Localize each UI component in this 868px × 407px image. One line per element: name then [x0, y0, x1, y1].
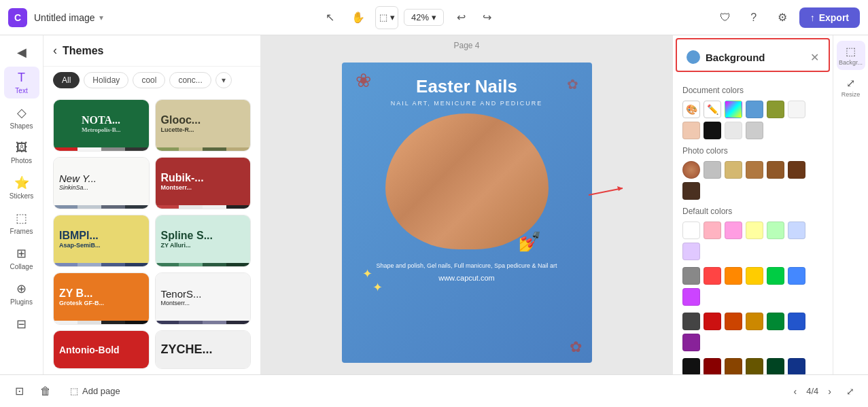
photo-color-silver[interactable]: [704, 161, 721, 179]
color-swatch-peach[interactable]: [682, 122, 700, 139]
def-color-green1[interactable]: [767, 222, 784, 239]
photo-color-gold[interactable]: [725, 161, 742, 179]
themes-back-button[interactable]: ‹: [53, 43, 57, 58]
def-color-blue1[interactable]: [788, 222, 805, 239]
default-colors-title: Default colors: [682, 207, 823, 216]
hand-tool-button[interactable]: ✋: [347, 6, 370, 29]
sidebar-item-text[interactable]: T Text: [4, 67, 39, 99]
def-color-navy[interactable]: [788, 358, 805, 374]
filter-cool-button[interactable]: cool: [133, 72, 165, 88]
color-swatch-lightgray[interactable]: [788, 101, 805, 118]
resize-tool-button[interactable]: ⤢ Resize: [837, 73, 865, 102]
redo-button[interactable]: ↪: [475, 6, 498, 29]
theme-card-zy[interactable]: ZY B...Grotesk GF-B...: [53, 272, 150, 325]
frames-label: Frames: [10, 228, 33, 235]
def-color-blue2[interactable]: [788, 267, 805, 285]
sidebar-item-shapes[interactable]: ◇ Shapes: [4, 101, 39, 134]
frame-tool-button[interactable]: ⬚ ▾: [375, 6, 398, 29]
def-color-white[interactable]: [682, 222, 700, 239]
color-swatch-silver[interactable]: [725, 122, 742, 139]
def-color-purple1[interactable]: [682, 243, 700, 260]
page-next-button[interactable]: ›: [824, 383, 835, 400]
def-color-yellow1[interactable]: [746, 222, 763, 239]
sidebar-item-grid[interactable]: ⊟: [4, 313, 39, 336]
def-color-darkblue[interactable]: [788, 313, 805, 330]
canvas-scroll[interactable]: ❀ ✿ Easter Nails NAIL ART, MENICURE AND …: [261, 56, 672, 374]
background-tool-button[interactable]: ⬚ Backgr...: [837, 41, 865, 70]
def-color-darkgold[interactable]: [746, 358, 763, 374]
theme-card-nota[interactable]: NOTA...Metropolis-B...: [53, 99, 150, 152]
theme-card-glooc[interactable]: Glooc...Lucette-R...: [155, 99, 251, 152]
color-swatch-palette[interactable]: 🎨: [682, 101, 700, 118]
delete-page-button[interactable]: 🗑: [36, 381, 55, 402]
canvas-title: Easter Nails: [416, 76, 517, 97]
color-swatch-black[interactable]: [704, 122, 721, 139]
def-color-maroon[interactable]: [704, 358, 721, 374]
photo-color-espresso[interactable]: [682, 182, 700, 200]
theme-card-rubik[interactable]: Rubik-...Montserr...: [155, 157, 251, 209]
theme-card-ibm[interactable]: IBMPl...Asap-SemiB...: [53, 215, 150, 267]
filter-more-button[interactable]: ▾: [215, 72, 232, 88]
background-panel-close-button[interactable]: ✕: [810, 51, 819, 64]
canvas-area: Page 4 ❀ ✿ Easter Nails NAIL ART, MENICU…: [261, 35, 672, 374]
document-title[interactable]: Untitled image ▾: [34, 12, 103, 23]
def-color-purple2[interactable]: [682, 288, 700, 306]
filter-all-button[interactable]: All: [53, 72, 80, 88]
shield-icon-button[interactable]: 🛡: [714, 6, 737, 29]
def-color-darkgreen[interactable]: [767, 313, 784, 330]
def-color-pink2[interactable]: [725, 222, 742, 239]
photos-icon: 🖼: [16, 141, 28, 155]
copy-page-button[interactable]: ⊡: [11, 381, 28, 402]
sidebar-item-plugins[interactable]: ⊕ Plugins: [4, 277, 39, 310]
sidebar-collapse-button[interactable]: ◀: [4, 41, 39, 64]
def-color-pink1[interactable]: [704, 222, 721, 239]
background-color-circle: [687, 50, 700, 64]
cursor-tool-button[interactable]: ↖: [318, 6, 341, 29]
settings-button[interactable]: ⚙: [771, 6, 794, 29]
color-swatch-gray[interactable]: [746, 122, 763, 139]
photo-color-darkbrown[interactable]: [788, 161, 805, 179]
def-color-darkred[interactable]: [704, 313, 721, 330]
def-color-darkgray[interactable]: [682, 313, 700, 330]
def-color-green2[interactable]: [767, 267, 784, 285]
photo-color-skin[interactable]: [682, 161, 700, 179]
def-color-red[interactable]: [704, 267, 721, 285]
theme-card-newy[interactable]: New Y...SinkinSa...: [53, 157, 150, 209]
photo-color-brown2[interactable]: [767, 161, 784, 179]
text-icon: T: [18, 71, 25, 85]
color-swatch-pencil[interactable]: ✏️: [704, 101, 721, 118]
def-color-yellow2[interactable]: [746, 267, 763, 285]
color-swatch-gradient1[interactable]: [725, 101, 742, 118]
color-swatch-olive[interactable]: [767, 101, 784, 118]
sidebar-item-stickers[interactable]: ⭐ Stickers: [4, 171, 39, 204]
sidebar-item-frames[interactable]: ⬚ Frames: [4, 207, 39, 239]
theme-card-spline[interactable]: Spline S...ZY Alluri...: [155, 215, 251, 267]
theme-card-antonio[interactable]: Antonio-Bold: [53, 330, 150, 369]
sidebar-item-collage[interactable]: ⊞ Collage: [4, 242, 39, 275]
def-color-darkyellow[interactable]: [746, 313, 763, 330]
theme-card-tenor[interactable]: TenorS...Montserr...: [155, 272, 251, 325]
add-page-button[interactable]: ⬚ Add page: [63, 382, 127, 400]
def-color-brown[interactable]: [725, 358, 742, 374]
filter-conc-button[interactable]: conc...: [169, 72, 211, 88]
canvas-image[interactable]: ❀ ✿ Easter Nails NAIL ART, MENICURE AND …: [342, 63, 592, 363]
background-icon: ⬚: [846, 45, 856, 58]
expand-button[interactable]: ⤢: [844, 383, 857, 400]
help-button[interactable]: ?: [742, 6, 765, 29]
def-color-darkpurple[interactable]: [682, 334, 700, 351]
sidebar-item-photos[interactable]: 🖼 Photos: [4, 137, 39, 169]
export-button[interactable]: ↑ Export: [799, 7, 860, 28]
filter-holiday-button[interactable]: Holiday: [84, 72, 128, 88]
color-swatch-blue[interactable]: [746, 101, 763, 118]
page-prev-button[interactable]: ‹: [790, 383, 801, 400]
def-color-forest[interactable]: [767, 358, 784, 374]
def-color-darkorange[interactable]: [725, 313, 742, 330]
def-color-orange[interactable]: [725, 267, 742, 285]
def-color-black[interactable]: [682, 358, 700, 374]
theme-card-zyche[interactable]: ZYCHE...: [155, 330, 251, 369]
photo-color-brown1[interactable]: [746, 161, 763, 179]
background-panel-header: Background ✕: [676, 38, 830, 72]
zoom-control[interactable]: 42% ▾: [404, 9, 444, 26]
undo-button[interactable]: ↩: [449, 6, 472, 29]
def-color-gray[interactable]: [682, 267, 700, 285]
